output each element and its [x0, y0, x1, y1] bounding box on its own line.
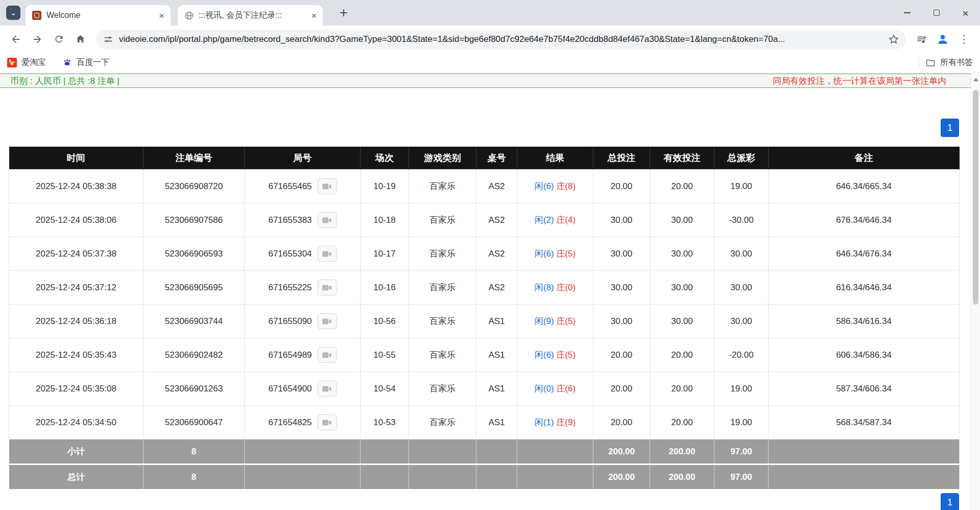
close-icon[interactable]: × — [159, 11, 164, 20]
scrollbar-thumb[interactable] — [973, 90, 978, 305]
result-cell: 闲(6) 庄(8) — [517, 170, 593, 203]
profile-button[interactable] — [932, 29, 953, 50]
video-replay-button[interactable] — [318, 414, 337, 430]
total-bet-cell: 30.00 — [593, 203, 650, 237]
table-no-cell: AS2 — [476, 237, 517, 271]
round-id: 671654900 — [268, 384, 312, 394]
close-icon[interactable]: × — [311, 11, 317, 20]
payout-cell: -20.00 — [714, 338, 769, 372]
bet-id-cell: 523066900647 — [144, 406, 245, 439]
video-replay-icon — [322, 250, 332, 258]
tab-search-button[interactable]: ⌄ — [6, 6, 20, 20]
forward-button[interactable] — [27, 29, 48, 50]
total-total-bet: 200.00 — [593, 465, 650, 490]
minimize-icon — [904, 12, 911, 13]
scrollbar-up-arrow-icon[interactable] — [973, 78, 978, 81]
total-count: 8 — [144, 465, 245, 490]
round-cell: 671654989 — [245, 338, 361, 372]
bookmark-baidu[interactable]: 百度一下 — [62, 57, 109, 68]
site-info-icon[interactable] — [103, 34, 113, 44]
media-controls-button[interactable] — [911, 29, 932, 50]
bet-id-cell: 523066902482 — [144, 338, 245, 372]
video-replay-button[interactable] — [318, 347, 337, 363]
column-header: 总派彩 — [714, 147, 769, 170]
video-replay-button[interactable] — [318, 212, 337, 228]
video-replay-button[interactable] — [318, 178, 337, 194]
empty-cell — [409, 465, 476, 490]
banker-result: 庄(5) — [556, 249, 576, 259]
column-header: 有效投注 — [650, 147, 714, 170]
reload-button[interactable] — [48, 29, 69, 50]
banker-result: 庄(4) — [556, 215, 576, 225]
total-bet-cell: 20.00 — [593, 338, 650, 372]
game-type-cell: 百家乐 — [409, 170, 476, 203]
video-replay-button[interactable] — [318, 313, 337, 329]
game-type-cell: 百家乐 — [409, 338, 476, 372]
back-button[interactable] — [5, 29, 27, 50]
folder-icon — [925, 58, 936, 68]
browser-menu-button[interactable]: ⋮ — [953, 29, 975, 50]
table-no-cell: AS2 — [476, 203, 517, 237]
total-row: 总计 8 200.00 200.00 97.00 — [9, 465, 960, 490]
browser-tab-welcome[interactable]: Welcome × — [26, 5, 171, 26]
pagination-page-1-bottom[interactable]: 1 — [941, 493, 959, 510]
bookmark-aitaobao[interactable]: 爱淘宝 — [7, 57, 46, 68]
video-replay-button[interactable] — [318, 246, 337, 262]
bet-record-page: 币别 : 人民币 | 总共 :8 注单 | 同局有效投注，统一计算在该局第一张注… — [0, 74, 971, 510]
total-valid-bet: 200.00 — [650, 465, 714, 490]
pagination-page-1-top[interactable]: 1 — [941, 119, 959, 137]
tab-title: Welcome — [46, 11, 154, 20]
payout-cell: 19.00 — [714, 372, 769, 406]
empty-cell — [476, 439, 517, 465]
maximize-button[interactable] — [922, 0, 951, 26]
url-text[interactable]: videoie.com/ipl/portal.php/game/betrecor… — [119, 34, 885, 44]
bet-id-cell: 523066906593 — [144, 237, 245, 271]
round-id: 671655383 — [268, 215, 312, 225]
video-replay-icon — [322, 419, 332, 427]
time-cell: 2025-12-24 05:35:43 — [9, 338, 144, 372]
browser-window: ⌄ Welcome × :::视讯, 会员下注纪录::: × + × — [0, 0, 980, 510]
remark-cell: 586.34/616.34 — [769, 305, 960, 338]
remark-cell: 616.34/646.34 — [769, 271, 960, 305]
valid-bet-cell: 30.00 — [650, 203, 714, 237]
round-id: 671655304 — [268, 249, 312, 259]
session-cell: 10-18 — [361, 203, 409, 237]
video-replay-button[interactable] — [318, 280, 337, 295]
video-replay-icon — [322, 385, 332, 393]
empty-cell — [361, 439, 409, 465]
bet-record-row: 2025-12-24 05:38:38523066908720671655465… — [9, 170, 960, 203]
session-cell: 10-16 — [361, 271, 409, 305]
close-window-button[interactable]: × — [951, 0, 980, 26]
empty-cell — [769, 465, 960, 490]
video-replay-button[interactable] — [318, 381, 337, 397]
empty-cell — [769, 439, 960, 465]
all-bookmarks-button[interactable]: 所有书签 — [925, 57, 973, 68]
address-bar[interactable]: videoie.com/ipl/portal.php/game/betrecor… — [96, 30, 905, 49]
home-button[interactable] — [69, 29, 91, 50]
payout-cell: 19.00 — [714, 406, 769, 439]
round-id: 671655225 — [268, 283, 312, 293]
browser-tab-betrecord[interactable]: :::视讯, 会员下注纪录::: × — [178, 5, 323, 26]
time-cell: 2025-12-24 05:37:12 — [9, 271, 144, 305]
session-cell: 10-55 — [361, 338, 409, 372]
empty-cell — [476, 465, 517, 490]
home-icon — [75, 33, 86, 45]
result-cell: 闲(0) 庄(6) — [517, 372, 593, 406]
page-scrollbar[interactable] — [971, 74, 980, 510]
banker-result: 庄(9) — [556, 418, 576, 427]
payout-cell: 19.00 — [714, 170, 769, 203]
bet-record-row: 2025-12-24 05:36:18523066903744671655090… — [9, 305, 960, 338]
payout-cell: 30.00 — [714, 237, 769, 271]
bookmark-star-button[interactable] — [885, 31, 902, 48]
empty-cell — [517, 439, 593, 465]
navigation-bar: videoie.com/ipl/portal.php/game/betrecor… — [0, 26, 980, 53]
round-id: 671655090 — [268, 316, 312, 327]
table-no-cell: AS1 — [476, 406, 517, 439]
media-playlist-icon — [916, 34, 927, 45]
new-tab-button[interactable]: + — [335, 4, 352, 21]
bet-records-table: 时间注单编号局号场次游戏类别桌号结果总投注有效投注总派彩备注 2025-12-2… — [9, 147, 960, 489]
column-header: 注单编号 — [144, 147, 245, 170]
chevron-down-icon: ⌄ — [10, 8, 17, 17]
video-replay-icon — [322, 317, 332, 326]
minimize-button[interactable] — [893, 0, 922, 26]
